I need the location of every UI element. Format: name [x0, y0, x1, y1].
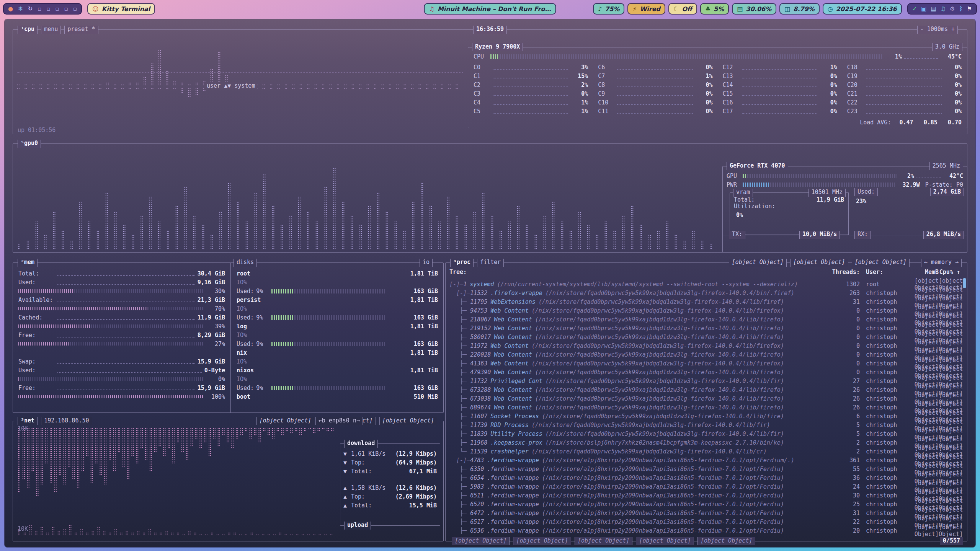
disk-used-meter [271, 386, 386, 390]
power-profile-module[interactable]: ♣5% [700, 3, 729, 15]
media-icon[interactable]: ♫ [941, 5, 946, 12]
net-ip-address: 192.168.86.50 [41, 417, 92, 425]
gpu-power-row: PWR 32.9W P-state: P0 [727, 180, 963, 189]
core-grid: C03%C115%C22%C30%C41%C51%C60%C71%C80%C90… [474, 63, 962, 116]
bar-modules: ♪75%⚡Wired☾Off♣5%▤30.06%◫8.79%◷2025-07-2… [593, 3, 902, 15]
gpu-rx-label: RX: [854, 231, 871, 239]
net-scale-top: 10K [18, 425, 28, 432]
kitty-terminal-label: Kitty Terminal [102, 5, 150, 13]
core-cell: C71% [598, 72, 712, 80]
kitty-terminal-button[interactable]: ☺ Kitty Terminal [87, 3, 155, 15]
notifications-icon[interactable]: ⚑ [967, 5, 972, 12]
vram-box: vram 10501 MHz Total: 11,9 GiB Utilizati… [730, 192, 848, 235]
process-scrollbar[interactable] [963, 278, 966, 288]
workspace-icon[interactable]: ▫ [64, 5, 68, 12]
proc-option-button[interactable]: [object Object] [729, 259, 787, 267]
filter-button[interactable]: filter [477, 259, 504, 267]
proc-option-button[interactable]: [object Object] [852, 259, 910, 267]
module-text: Off [682, 5, 692, 13]
music-player-module[interactable]: ♫ Minuit Machine – Don't Run Fro… [424, 3, 556, 15]
cpu-total-label: CPU [474, 53, 490, 60]
cpu-total-meter [490, 54, 882, 59]
process-position: 0/557 [940, 537, 963, 545]
core-cell: C220% [847, 98, 962, 107]
gpu-panel: ⁵gpu0 GeForce RTX 4070 2565 MHz GPU 2% 4… [13, 143, 967, 253]
uptime-label: up 01:05:56 [18, 127, 56, 134]
update-interval-control[interactable]: - 1000ms + [917, 26, 958, 34]
clock-module[interactable]: ◷2025-07-22 16:36 [823, 3, 902, 15]
proc-options: [object Object][object Object][object Ob… [729, 259, 910, 267]
sort-column-switcher[interactable]: ← memory → [921, 259, 962, 267]
disk-used-meter [271, 342, 386, 346]
firefox-workspace-icon[interactable]: ● [8, 5, 13, 12]
disk-row: boot 510 MiB [234, 392, 440, 401]
gpu-pstate: P-state: P0 [925, 181, 963, 188]
settings-icon[interactable]: ⚙ [950, 5, 955, 12]
cpu-model-label: Ryzen 9 7900X [472, 43, 523, 51]
nix-workspace-icon[interactable]: ❄ [18, 5, 23, 12]
io-mode-toggle[interactable]: io [420, 259, 433, 267]
workspaces: ●❄↻▫▫▫▫▫ [3, 3, 82, 15]
net-option-button[interactable]: [object Object] [379, 417, 437, 425]
workspace-icon[interactable]: ▫ [56, 5, 59, 12]
proc-footer-button[interactable]: [object Object] [513, 537, 571, 545]
disk-used-meter [271, 289, 386, 293]
core-cell: C51% [474, 107, 588, 116]
cpu-panel-title: ¹cpu [18, 26, 38, 34]
gpu-usage-meter [743, 174, 897, 178]
proc-footer-button[interactable]: [object Object] [697, 537, 755, 545]
module-text: 5% [714, 5, 724, 13]
workspace-icon[interactable]: ▫ [46, 5, 50, 12]
workspace-icon[interactable]: ▫ [38, 5, 41, 12]
vram-utilization-percent: 0% [736, 212, 743, 218]
vram-used-percent: 23% [856, 198, 866, 205]
display-icon[interactable]: ▣ [921, 5, 926, 12]
system-tray: ✓▣▤♫⚙ᛒ⚑ [907, 3, 977, 15]
disk-row: nix 1,81 TiB [234, 348, 440, 357]
net-upload-graph [18, 505, 335, 535]
clipboard-icon[interactable]: ▤ [931, 5, 936, 12]
header-user: User: [860, 269, 908, 276]
process-table-header[interactable]: Tree: Threads: User: MemB Cpu% ↑ [446, 267, 967, 276]
workspace-icon[interactable]: ▫ [73, 5, 77, 12]
volume-module[interactable]: ♪75% [593, 3, 625, 15]
disk-module[interactable]: ◫8.79% [779, 3, 820, 15]
proc-option-button[interactable]: [object Object] [790, 259, 848, 267]
proc-footer-button[interactable]: [object Object] [636, 537, 694, 545]
disk-row: Used: 9% 163 GiB [234, 313, 440, 322]
net-scale-bottom: 10K [18, 525, 28, 532]
memory-module[interactable]: ▤30.06% [732, 3, 776, 15]
process-row[interactable]: [-]─1systemd(/run/current-system/systemd… [446, 277, 967, 286]
module-icon: ◫ [784, 5, 790, 13]
module-icon: ☾ [673, 5, 679, 13]
load-average-values: 0.47 0.85 0.70 [899, 119, 962, 126]
mem-entry: Total:30,4 GiB [17, 269, 227, 278]
load-average-label: Load AVG: [860, 119, 891, 126]
bluetooth-icon[interactable]: ᛒ [959, 5, 963, 12]
mem-entry: Free:15,9 GiB 100% [17, 383, 227, 401]
cpu-total-percent: 1% [882, 53, 902, 60]
menu-button[interactable]: menu [41, 26, 61, 34]
download-title: download [344, 440, 378, 448]
verified-icon[interactable]: ✓ [912, 5, 917, 12]
network-module[interactable]: ⚡Wired [627, 3, 665, 15]
gpu-frequency-label: 2565 MHz [929, 162, 963, 170]
proc-footer-button[interactable]: [object Object] [575, 537, 632, 545]
net-option-button[interactable]: [object Object] [256, 417, 314, 425]
upload-title: upload [344, 522, 371, 530]
disks-toggle[interactable]: disks [234, 259, 257, 267]
core-cell: C121% [723, 63, 837, 72]
refresh-workspace-icon[interactable]: ↻ [28, 5, 33, 12]
core-cell: C140% [723, 80, 837, 89]
disk-row: IO% [234, 278, 440, 287]
core-cell: C170% [723, 107, 837, 116]
disk-row: persist 1,81 TiB [234, 295, 440, 304]
proc-footer-button[interactable]: [object Object] [452, 537, 510, 545]
preset-button[interactable]: preset * [64, 26, 98, 34]
disk-row: IO% [234, 357, 440, 366]
gpu-info-box: GeForce RTX 4070 2565 MHz GPU 2% 42°C PW… [722, 166, 967, 252]
disk-row: IO% [234, 304, 440, 313]
net-interface-switcher[interactable]: ←b enp8s0 n→ [315, 417, 363, 425]
idle-inhibitor-module[interactable]: ☾Off [668, 3, 697, 15]
net-panel-title: ³net [18, 417, 38, 425]
